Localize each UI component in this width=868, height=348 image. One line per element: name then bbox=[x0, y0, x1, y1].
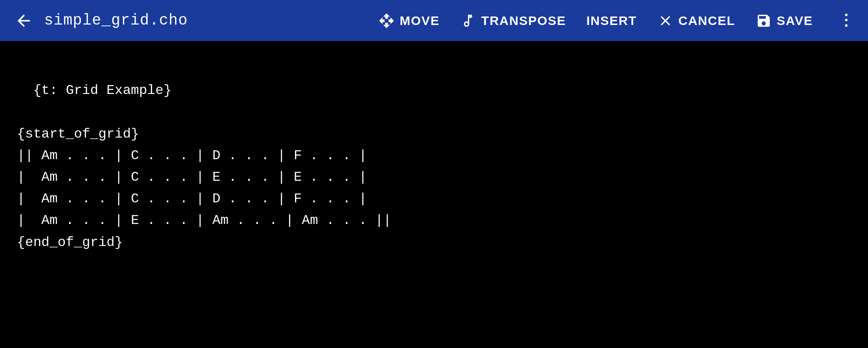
insert-button[interactable]: INSERT bbox=[587, 14, 637, 28]
back-arrow-icon bbox=[14, 11, 34, 31]
more-button[interactable]: ⋮ bbox=[838, 11, 854, 30]
editor-content: {t: Grid Example} {start_of_grid} || Am … bbox=[17, 83, 391, 250]
cancel-button[interactable]: CANCEL bbox=[657, 13, 735, 29]
toolbar-left: simple_grid.cho bbox=[14, 11, 378, 31]
more-icon: ⋮ bbox=[838, 11, 854, 30]
editor-area[interactable]: {t: Grid Example} {start_of_grid} || Am … bbox=[0, 41, 868, 348]
save-button[interactable]: SAVE bbox=[756, 13, 813, 29]
transpose-button[interactable]: TRANSPOSE bbox=[460, 13, 566, 29]
transpose-label: TRANSPOSE bbox=[481, 14, 566, 28]
save-icon bbox=[756, 13, 772, 29]
back-button[interactable] bbox=[14, 11, 34, 31]
insert-label: INSERT bbox=[587, 14, 637, 28]
save-label: SAVE bbox=[777, 14, 813, 28]
transpose-icon bbox=[460, 13, 476, 29]
cancel-label: CANCEL bbox=[679, 14, 735, 28]
toolbar: simple_grid.cho MOVE TRANSPOSE bbox=[0, 0, 868, 41]
toolbar-right: MOVE TRANSPOSE INSERT CANC bbox=[378, 11, 854, 30]
cancel-icon bbox=[657, 13, 673, 29]
move-label: MOVE bbox=[400, 14, 440, 28]
move-icon bbox=[378, 13, 395, 29]
move-button[interactable]: MOVE bbox=[378, 13, 440, 29]
file-title: simple_grid.cho bbox=[44, 12, 188, 29]
